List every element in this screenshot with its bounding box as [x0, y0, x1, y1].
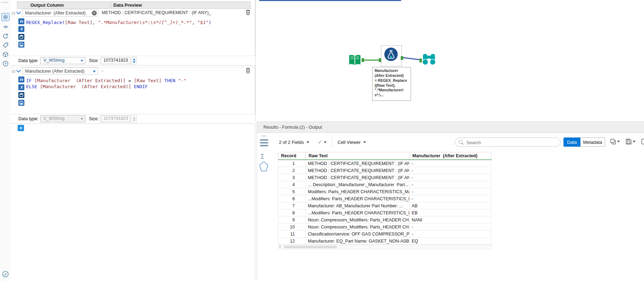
column-header-manufacturer[interactable]: Manufacturer (After Extracted) [410, 152, 491, 160]
tool-annotation[interactable]: Manufacturer (After Extracted) = REGEX_R… [372, 67, 411, 101]
stepper-down-icon[interactable] [133, 61, 136, 63]
code-icon[interactable]: </> [1, 23, 10, 31]
constants-icon[interactable] [18, 34, 24, 40]
add-expression-button[interactable]: + [18, 125, 24, 131]
copy-button[interactable] [610, 139, 620, 145]
browse-tool[interactable] [422, 53, 436, 67]
scroll-left-icon[interactable]: ‹ [279, 244, 281, 249]
scrollbar-thumb[interactable] [284, 246, 337, 248]
search-box[interactable] [455, 138, 561, 147]
functions-icon[interactable]: fx [18, 18, 24, 24]
raw-text-cell: Manufacturer: AB_Manufacturer Part Numbe… [306, 202, 410, 209]
connection-line[interactable] [403, 57, 420, 60]
table-row[interactable]: 1 METHOD : CERTIFICATE_REQUIREMENT : (IF… [278, 160, 491, 167]
table-row[interactable]: 2 METHOD : CERTIFICATE_REQUIREMENT : (IF… [278, 167, 491, 174]
expression-toolbar: fx X [18, 18, 25, 49]
record-cell: 10 [278, 224, 306, 231]
search-input[interactable] [466, 139, 557, 146]
panel-grip[interactable] [1, 2, 8, 3]
drag-handle-icon[interactable] [12, 70, 16, 73]
delete-expression-icon[interactable] [246, 10, 250, 17]
stepper-up-icon[interactable] [133, 59, 136, 60]
settings-icon[interactable] [1, 13, 10, 21]
table-row[interactable]: 3 METHOD : CERTIFICATE_REQUIREMENT : (IF… [278, 174, 491, 181]
expression-editor[interactable]: IF [Manufacturer (After Extracted)] = [R… [25, 75, 250, 113]
table-row[interactable]: 11 Classification/service: OFF GAS COMPR… [278, 231, 491, 238]
output-column-field[interactable]: Manufacturer (After Extracted) × [22, 9, 98, 17]
columns-icon[interactable]: X [18, 26, 24, 32]
data-tab-button[interactable]: Data [564, 138, 580, 147]
column-header-raw-text[interactable]: Raw Text [306, 152, 410, 160]
table-row[interactable]: 9 Noun: Compressors_Modifiers: Parts_HEA… [278, 216, 491, 224]
data-type-label: Data type: [18, 116, 38, 121]
saved-expressions-icon[interactable] [18, 42, 24, 48]
cell-viewer-label: Cell Viewer [338, 140, 361, 145]
raw-text-cell: Classification/service: OFF GAS COMPRESS… [306, 231, 410, 238]
functions-icon[interactable]: fx [18, 77, 24, 83]
formula-tool[interactable] [383, 46, 399, 65]
raw-text-cell: Noun: Compressors_Modifiers: Parts_HEADE… [306, 216, 410, 224]
table-row[interactable]: 8 ...Modifiers: Parts_HEADER CHARACTERIS… [278, 209, 491, 216]
save-results-button[interactable] [626, 139, 636, 145]
results-table: Record Raw Text Manufacturer (After Extr… [278, 152, 491, 245]
active-tab-indicator [259, 0, 401, 1]
data-type-value: V_WString [43, 58, 65, 63]
output-column-field[interactable]: Manufacturer (After Extracted) [22, 67, 98, 75]
output-column-value: Manufacturer (After Extracted) [25, 11, 86, 16]
delete-expression-icon[interactable] [246, 68, 250, 75]
columns-icon[interactable]: X [18, 84, 24, 90]
size-input[interactable]: 1073741823 [101, 57, 130, 64]
fields-filter-dropdown[interactable]: 2 of 2 Fields [279, 138, 309, 147]
table-row[interactable]: 4 ... Description:_Manufacturer:_Manufac… [278, 181, 491, 188]
validation-check-icon[interactable] [1, 270, 10, 278]
sigma-icon[interactable]: ∑ [261, 153, 264, 159]
new-window-button[interactable] [641, 139, 644, 145]
stepper-up-icon [133, 117, 136, 118]
table-row[interactable]: 6 ...Modifiers: Parts_HEADER CHARACTERIS… [278, 195, 491, 202]
record-shape-icon[interactable] [259, 161, 269, 173]
collapse-chevron-icon[interactable] [16, 68, 21, 73]
constants-icon[interactable] [18, 92, 24, 98]
collapse-chevron-icon[interactable] [16, 10, 21, 14]
clear-column-icon[interactable]: × [92, 11, 97, 16]
size-stepper[interactable] [131, 57, 137, 65]
input-anchor[interactable] [419, 59, 422, 62]
data-preview-header: Data Preview [113, 2, 142, 8]
cell-viewer-dropdown[interactable]: Cell Viewer [338, 138, 366, 147]
table-row[interactable]: 10 Noun: Compressors_Modifiers: Parts_HE… [278, 224, 491, 231]
check-icon: ✓ [318, 139, 322, 145]
connection-line[interactable] [364, 60, 380, 61]
panel-grip[interactable] [261, 135, 266, 138]
saved-expressions-icon[interactable] [18, 100, 24, 106]
table-view-icon[interactable] [260, 139, 268, 148]
record-cell: 1 [278, 160, 306, 167]
manufacturer-cell: - [410, 167, 491, 174]
fields-summary-label: 2 of 2 Fields [279, 140, 304, 145]
alteryx-designer-window: </> ? Output Column Data Preview Manufac… [0, 0, 644, 281]
drag-handle-icon[interactable] [12, 12, 16, 14]
data-preview-value: METHOD : CERTIFICATE_REQUIREMENT : (IF A… [102, 10, 211, 15]
text-input-tool[interactable] [348, 54, 362, 68]
chevron-down-icon[interactable] [93, 71, 96, 73]
column-header-record[interactable]: Record [278, 152, 306, 160]
output-anchor[interactable] [362, 58, 364, 62]
table-row[interactable]: 7 Manufacturer: AB_Manufacturer Part Num… [278, 202, 491, 209]
data-type-dropdown[interactable]: V_WString [40, 57, 85, 64]
record-cell: 4 [278, 181, 306, 188]
chevron-down-icon [306, 141, 309, 143]
table-row[interactable]: 5 Modifiers: Parts_HEADER CHARACTERISTIC… [278, 188, 491, 195]
manufacturer-cell: - [410, 188, 491, 195]
expression-block-1: Manufacturer (After Extracted) × METHOD … [11, 9, 255, 66]
metadata-tab-button[interactable]: Metadata [580, 138, 605, 147]
tag-icon[interactable] [1, 41, 10, 49]
workflow-canvas[interactable]: Manufacturer (After Extracted) = REGEX_R… [255, 0, 644, 122]
table-row[interactable]: 12 Manufacturer: EQ_Part Name: GASKET_NO… [278, 238, 491, 245]
raw-text-cell: ...Modifiers: Parts_HEADER CHARACTERISTI… [306, 209, 410, 216]
expression-editor[interactable]: REGEX_Replace([Raw Text], ".*Manufacture… [25, 17, 250, 55]
package-icon[interactable] [1, 50, 10, 59]
refresh-icon[interactable] [1, 32, 10, 40]
help-icon[interactable]: ? [1, 60, 10, 68]
apply-actions-button[interactable]: ✓ [318, 138, 327, 147]
data-type-row: Data type: V_WString Size: 1073741823 [11, 56, 255, 66]
horizontal-scrollbar[interactable]: ‹ [278, 245, 491, 249]
